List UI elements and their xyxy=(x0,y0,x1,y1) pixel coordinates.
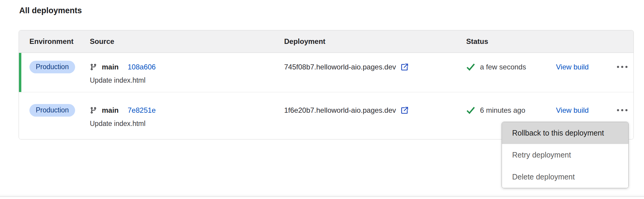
column-header-environment: Environment xyxy=(19,37,90,46)
section-divider xyxy=(0,194,644,197)
page-title: All deployments xyxy=(19,6,82,15)
ellipsis-icon xyxy=(617,66,619,68)
deployment-url: 745f08b7.helloworld-aio.pages.dev xyxy=(284,63,396,71)
table-row: Production main 108a606 Update index.htm… xyxy=(19,53,633,92)
menu-item-delete[interactable]: Delete deployment xyxy=(502,166,628,188)
deployment-menu-button[interactable] xyxy=(615,60,629,74)
check-icon xyxy=(466,63,475,71)
ellipsis-icon xyxy=(617,109,619,111)
commit-link[interactable]: 7e8251e xyxy=(128,106,156,115)
menu-item-rollback[interactable]: Rollback to this deployment xyxy=(502,122,628,144)
branch-name: main xyxy=(102,63,119,71)
menu-item-retry[interactable]: Retry deployment xyxy=(502,144,628,166)
check-icon xyxy=(466,106,475,114)
commit-message: Update index.html xyxy=(90,76,284,85)
status-time: a few seconds xyxy=(480,63,526,71)
deployment-menu-button[interactable] xyxy=(615,104,629,117)
status-time: 6 minutes ago xyxy=(480,106,525,115)
external-link-icon[interactable] xyxy=(400,106,409,115)
view-build-link[interactable]: View build xyxy=(556,63,589,71)
commit-message: Update index.html xyxy=(90,119,284,128)
view-build-link[interactable]: View build xyxy=(556,106,589,115)
current-deployment-indicator xyxy=(19,53,21,92)
git-branch-icon xyxy=(90,107,97,114)
deployment-url: 1f6e20b7.helloworld-aio.pages.dev xyxy=(284,106,396,115)
external-link-icon[interactable] xyxy=(400,63,409,72)
environment-badge: Production xyxy=(29,61,75,73)
branch-name: main xyxy=(102,106,119,115)
git-branch-icon xyxy=(90,63,97,71)
environment-badge: Production xyxy=(29,104,75,117)
table-header-row: Environment Source Deployment Status xyxy=(19,30,633,53)
column-header-status: Status xyxy=(466,37,556,46)
column-header-source: Source xyxy=(90,37,284,46)
commit-link[interactable]: 108a606 xyxy=(128,63,156,71)
deployment-context-menu: Rollback to this deployment Retry deploy… xyxy=(502,122,629,188)
column-header-deployment: Deployment xyxy=(284,37,466,46)
